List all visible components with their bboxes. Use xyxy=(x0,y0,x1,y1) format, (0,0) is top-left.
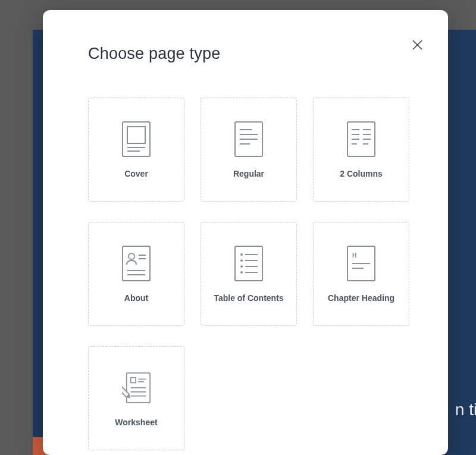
table-of-contents-icon xyxy=(234,246,263,281)
option-two-columns[interactable]: 2 Columns xyxy=(313,98,409,202)
svg-point-31 xyxy=(240,265,243,268)
svg-rect-3 xyxy=(127,127,145,143)
option-label: 2 Columns xyxy=(340,169,383,178)
option-label: Worksheet xyxy=(115,418,157,427)
option-label: About xyxy=(124,293,148,303)
two-columns-icon xyxy=(347,121,375,157)
close-icon xyxy=(412,40,422,50)
option-label: Table of Contents xyxy=(214,293,283,303)
option-label: Chapter Heading xyxy=(328,293,394,303)
close-button[interactable] xyxy=(410,38,424,52)
modal-title: Choose page type xyxy=(88,45,220,63)
option-about[interactable]: About xyxy=(88,222,184,326)
svg-rect-11 xyxy=(347,122,375,156)
worksheet-icon xyxy=(122,370,151,406)
about-icon xyxy=(122,246,151,281)
regular-icon xyxy=(234,121,263,157)
svg-text:H: H xyxy=(352,252,356,259)
svg-point-21 xyxy=(129,253,134,259)
option-worksheet[interactable]: Worksheet xyxy=(88,346,184,450)
chapter-heading-icon: H xyxy=(347,246,375,281)
svg-rect-40 xyxy=(131,377,136,382)
background-peek-text: n tit xyxy=(455,400,476,419)
option-regular[interactable]: Regular xyxy=(201,98,297,202)
cover-icon xyxy=(122,121,151,157)
option-label: Regular xyxy=(233,169,264,178)
option-cover[interactable]: Cover xyxy=(88,98,184,202)
svg-rect-26 xyxy=(235,246,262,281)
option-table-of-contents[interactable]: Table of Contents xyxy=(201,222,297,326)
option-label: Cover xyxy=(124,169,148,178)
svg-point-27 xyxy=(240,253,243,256)
page-type-grid: Cover Regular xyxy=(43,63,448,450)
page-type-modal: Choose page type Cover xyxy=(43,10,448,455)
svg-point-29 xyxy=(240,259,243,262)
modal-header: Choose page type xyxy=(43,28,448,63)
svg-point-33 xyxy=(240,271,243,274)
option-chapter-heading[interactable]: H Chapter Heading xyxy=(313,222,409,326)
